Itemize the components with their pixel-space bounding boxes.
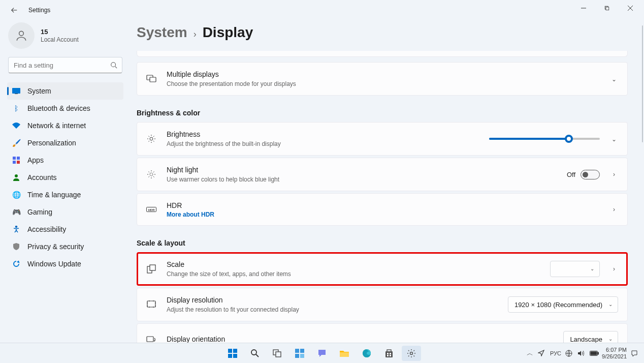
battery-tray-icon[interactable] [590,351,598,356]
svg-rect-23 [233,349,237,353]
minimize-button[interactable] [572,0,595,16]
svg-rect-29 [295,349,299,353]
svg-rect-24 [228,354,232,358]
chat-button[interactable] [312,346,332,361]
resolution-icon [146,299,156,310]
chevron-right-icon: › [610,171,618,178]
svg-rect-41 [390,355,391,356]
main-content: System › Display Multiple displays Choos… [130,20,644,343]
start-button[interactable] [223,346,242,361]
nav-item-gaming[interactable]: 🎮Gaming [7,203,123,221]
nav-item-apps[interactable]: Apps [7,152,123,169]
chevron-right-icon: › [610,265,618,273]
card-desc: Change the size of text, apps, and other… [167,270,540,278]
notifications-icon[interactable] [631,350,639,357]
hdr-icon: HDR [146,204,156,215]
scrollbar[interactable] [642,25,643,142]
night-light-toggle[interactable] [581,170,600,179]
nav-label: System [27,87,51,95]
accessibility-icon [12,225,20,233]
globe-icon: 🌐 [12,191,20,199]
svg-rect-4 [12,88,20,94]
nav-list: System ᛒBluetooth & devices Network & in… [7,82,123,273]
nav-item-time[interactable]: 🌐Time & language [7,186,123,203]
chevron-right-icon: › [194,29,197,40]
card-orientation[interactable]: Display orientation Landscape⌄ [137,323,628,343]
nav-item-network[interactable]: Network & internet [7,117,123,134]
search-input[interactable] [8,57,122,73]
window-title: Settings [28,7,50,14]
card-night-light[interactable]: Night light Use warmer colors to help bl… [137,158,628,191]
svg-rect-22 [228,349,232,353]
card-resolution[interactable]: Display resolution Adjust the resolution… [137,288,628,321]
breadcrumb-parent[interactable]: System [137,24,187,41]
sun-icon [146,134,156,144]
chevron-down-icon: ⌄ [610,136,618,143]
nav-item-system[interactable]: System [7,82,123,100]
nav-item-accessibility[interactable]: Accessibility [7,221,123,238]
nav-item-personalization[interactable]: 🖌️Personalization [7,134,123,152]
nav-label: Gaming [27,208,52,216]
breadcrumb: System › Display [137,24,628,41]
profile-block[interactable]: 15 Local Account [7,20,123,56]
bluetooth-icon: ᛒ [12,104,20,112]
clock[interactable]: 6:07 PM 9/26/2021 [602,347,627,360]
svg-rect-25 [233,354,237,358]
nav-item-bluetooth[interactable]: ᛒBluetooth & devices [7,100,123,117]
network-tray-icon[interactable] [565,350,573,357]
nav-item-accounts[interactable]: Accounts [7,169,123,186]
hdr-link[interactable]: More about HDR [167,211,600,218]
resolution-dropdown[interactable]: 1920 × 1080 (Recommended)⌄ [508,296,618,313]
nav-label: Privacy & security [27,243,84,251]
card-title: Multiple displays [167,70,600,79]
widgets-button[interactable] [290,346,309,361]
volume-tray-icon[interactable] [577,350,586,356]
card-desc: Use warmer colors to help block blue lig… [167,175,557,184]
orientation-dropdown[interactable]: Landscape⌄ [563,331,618,343]
svg-rect-31 [295,354,299,358]
store-button[interactable] [379,346,399,361]
svg-rect-9 [17,161,20,164]
svg-rect-8 [13,161,16,164]
card-title: HDR [167,201,600,210]
svg-point-14 [150,137,153,140]
back-button[interactable] [6,2,22,18]
svg-rect-37 [387,350,391,352]
language-indicator[interactable]: РУС [550,350,561,356]
profile-sub: Local Account [41,36,79,44]
nav-item-privacy[interactable]: Privacy & security [7,238,123,255]
tray-chevron-icon[interactable]: ︿ [526,349,534,358]
edge-button[interactable] [357,346,376,361]
svg-point-2 [19,31,24,36]
close-button[interactable] [619,0,642,16]
svg-rect-13 [150,77,156,82]
scale-dropdown[interactable]: ⌄ [550,261,600,277]
svg-point-15 [150,173,153,176]
card-brightness[interactable]: Brightness Adjust the brightness of the … [137,122,628,156]
card-scale[interactable]: Scale Change the size of text, apps, and… [137,252,628,286]
explorer-button[interactable] [335,346,354,361]
svg-rect-19 [150,265,155,270]
nav-label: Apps [27,156,44,164]
maximize-button[interactable] [595,0,619,16]
chevron-right-icon: › [610,206,618,213]
taskbar: ︿ РУС 6:07 PM 9/26/2021 [0,343,644,363]
settings-button[interactable] [402,346,421,361]
sidebar: 15 Local Account System ᛒBluetooth & dev… [0,20,130,343]
nav-item-update[interactable]: Windows Update [7,255,123,273]
card-multiple-displays[interactable]: Multiple displays Choose the presentatio… [137,62,628,96]
location-icon[interactable] [538,350,546,356]
card-hdr[interactable]: HDR HDR More about HDR › [137,193,628,226]
nav-label: Accessibility [27,225,66,233]
panel-cut-top [137,51,628,57]
brightness-slider[interactable] [489,138,600,140]
account-icon [12,173,20,182]
nav-label: Bluetooth & devices [27,104,90,112]
brush-icon: 🖌️ [12,139,20,147]
wifi-icon [12,122,20,130]
system-tray[interactable]: ︿ РУС 6:07 PM 9/26/2021 [526,343,639,363]
search-taskbar-button[interactable] [245,346,265,361]
taskview-button[interactable] [268,346,287,361]
svg-rect-28 [276,352,281,357]
card-title: Display resolution [167,295,498,305]
